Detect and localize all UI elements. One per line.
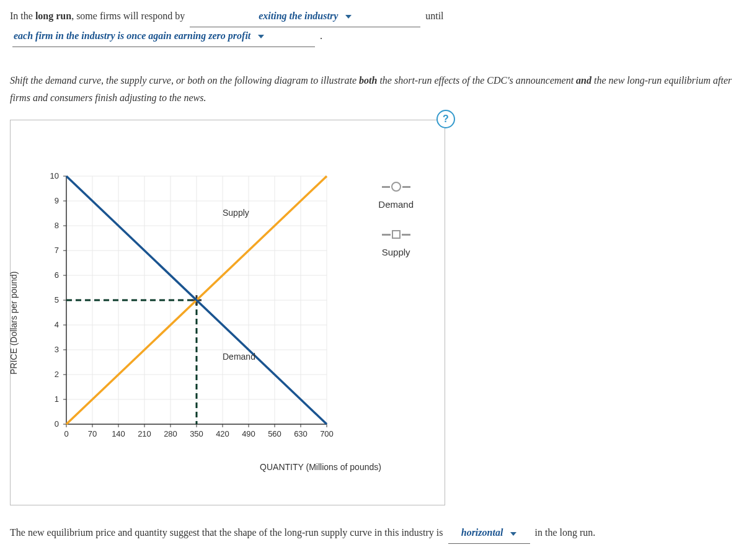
legend-marker-demand [382,182,410,191]
svg-text:4: 4 [55,320,59,329]
legend-label: Demand [378,196,414,213]
dropdown-response-2[interactable]: each firm in the industry is once again … [12,27,315,47]
svg-text:420: 420 [216,429,229,438]
dropdown-response-1[interactable]: exiting the industry [190,7,420,27]
svg-text:70: 70 [88,429,97,438]
instruction-text: Shift the demand curve, the supply curve… [10,72,734,108]
svg-text:7: 7 [55,246,59,255]
text-bold: and [576,75,591,86]
text: the short-run effects of the CDC's annou… [377,75,576,86]
text-bold: both [359,75,377,86]
text: Shift the demand curve, the supply curve… [10,75,359,86]
svg-text:280: 280 [164,429,177,438]
text: In the [10,11,35,21]
svg-text:9: 9 [55,196,59,205]
dropdown-response-3[interactable]: horizontal [448,524,530,544]
question-sentence-1: In the long run, some firms will respond… [10,7,734,47]
svg-text:210: 210 [138,429,151,438]
dropdown-value: horizontal [461,527,503,538]
svg-text:6: 6 [55,270,59,280]
svg-text:2: 2 [55,370,59,379]
text: , some firms will respond by [71,11,187,21]
caret-down-icon [510,532,516,536]
text: until [425,11,443,21]
svg-text:10: 10 [50,171,59,180]
svg-text:630: 630 [294,429,308,438]
legend-item-supply[interactable]: Supply [378,230,414,260]
dropdown-value: each firm in the industry is once again … [14,30,250,41]
question-sentence-2: The new equilibrium price and quantity s… [10,524,734,544]
help-icon: ? [443,110,449,128]
x-axis-label: QUANTITY (Millions of pounds) [184,460,457,475]
caret-down-icon [345,15,352,19]
legend-marker-supply [382,230,410,239]
chart-container: ? PRICE (Dollars per pound) 070140210280… [10,120,445,505]
svg-text:3: 3 [55,345,59,354]
svg-text:490: 490 [242,429,255,438]
text: The new equilibrium price and quantity s… [10,527,446,538]
svg-text:350: 350 [190,429,203,438]
caret-down-icon [258,35,264,38]
chart-svg[interactable]: 0701402102803504204905606307000123456789… [11,120,445,480]
svg-text:700: 700 [320,429,334,438]
svg-text:8: 8 [55,221,59,230]
y-axis-label: PRICE (Dollars per pound) [6,272,22,375]
dropdown-value: exiting the industry [259,11,338,21]
svg-text:560: 560 [268,429,281,438]
text: . [320,30,322,41]
svg-text:Demand: Demand [223,352,255,362]
svg-text:140: 140 [112,429,125,438]
svg-text:0: 0 [55,419,59,429]
text-bold: long run [35,11,71,21]
svg-text:5: 5 [55,295,59,304]
svg-text:1: 1 [55,394,59,404]
legend-label: Supply [382,244,410,260]
svg-text:0: 0 [64,429,68,438]
text: in the long run. [535,527,596,538]
legend: Demand Supply [378,182,414,278]
legend-item-demand[interactable]: Demand [378,182,414,213]
help-button[interactable]: ? [436,110,455,128]
svg-text:Supply: Supply [223,208,249,218]
